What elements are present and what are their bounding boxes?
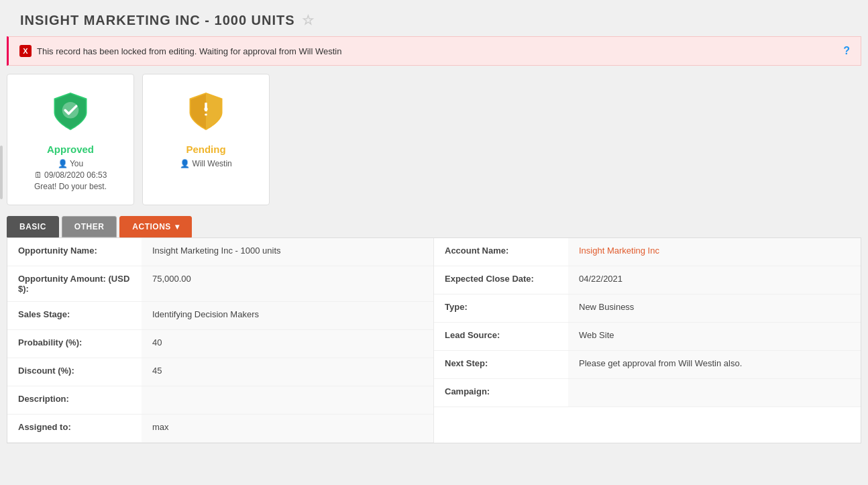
field-campaign: Campaign:: [434, 379, 861, 407]
label-account-name: Account Name:: [434, 238, 568, 266]
label-lead-source: Lead Source:: [434, 323, 568, 350]
value-next-step: Please get approval from Will Westin als…: [568, 351, 861, 378]
pending-status-label: Pending: [163, 144, 249, 155]
approved-user: 👤 You: [28, 159, 113, 168]
approved-note: Great! Do your best.: [28, 182, 113, 191]
label-next-step: Next Step:: [434, 351, 568, 378]
value-description: [142, 386, 433, 414]
value-opportunity-name: Insight Marketing Inc - 1000 units: [142, 238, 433, 266]
svg-rect-3: [205, 103, 207, 111]
favorite-star-icon[interactable]: ☆: [302, 12, 315, 28]
field-probability: Probability (%): 40: [7, 330, 433, 358]
label-campaign: Campaign:: [434, 379, 568, 407]
title-text: INSIGHT MARKETING INC - 1000 UNITS: [20, 13, 295, 28]
label-opportunity-amount: Opportunity Amount: (USD $):: [7, 266, 142, 301]
label-description: Description:: [7, 386, 142, 414]
field-type: Type: New Business: [434, 294, 861, 323]
alert-help-icon[interactable]: ?: [843, 45, 850, 57]
scrollbar-indicator[interactable]: [0, 146, 3, 199]
approval-card-approved: Approved 👤 You 🗓 09/08/2020 06:53 Great!…: [7, 74, 134, 205]
label-assigned-to: Assigned to:: [7, 415, 142, 442]
field-assigned-to: Assigned to: max: [7, 415, 433, 443]
label-type: Type:: [434, 294, 568, 322]
value-probability: 40: [142, 330, 433, 358]
approved-user-icon: 👤: [58, 159, 68, 168]
field-description: Description:: [7, 386, 433, 415]
tab-other[interactable]: OTHER: [62, 216, 117, 237]
approved-shield-icon: [47, 88, 94, 135]
field-lead-source: Lead Source: Web Site: [434, 323, 861, 351]
details-panel: Opportunity Name: Insight Marketing Inc …: [7, 237, 861, 443]
value-assigned-to: max: [142, 415, 433, 442]
field-opportunity-name: Opportunity Name: Insight Marketing Inc …: [7, 238, 433, 266]
tab-actions[interactable]: ACTIONS ▾: [119, 216, 192, 237]
pending-user: 👤 Will Westin: [163, 159, 249, 168]
page-title: INSIGHT MARKETING INC - 1000 UNITS ☆: [7, 0, 861, 36]
details-grid: Opportunity Name: Insight Marketing Inc …: [7, 238, 861, 443]
label-opportunity-name: Opportunity Name:: [7, 238, 142, 266]
field-account-name: Account Name: Insight Marketing Inc: [434, 238, 861, 266]
alert-bar: X This record has been locked from editi…: [7, 36, 861, 66]
alert-message: This record has been locked from editing…: [37, 46, 341, 56]
approved-date: 🗓 09/08/2020 06:53: [28, 170, 113, 180]
field-next-step: Next Step: Please get approval from Will…: [434, 351, 861, 379]
value-close-date: 04/22/2021: [568, 266, 861, 294]
field-discount: Discount (%): 45: [7, 358, 433, 386]
approved-status-label: Approved: [28, 144, 113, 155]
right-column: Account Name: Insight Marketing Inc Expe…: [434, 238, 861, 443]
tab-basic[interactable]: BASIC: [7, 216, 59, 237]
approval-card-pending: Pending 👤 Will Westin: [142, 74, 270, 205]
alert-lock-icon: X: [19, 45, 32, 57]
value-account-name[interactable]: Insight Marketing Inc: [568, 238, 861, 266]
value-opportunity-amount: 75,000.00: [142, 266, 433, 301]
pending-shield-icon: [182, 88, 229, 135]
tabs-bar: BASIC OTHER ACTIONS ▾: [7, 216, 861, 237]
field-opportunity-amount: Opportunity Amount: (USD $): 75,000.00: [7, 266, 433, 302]
left-column: Opportunity Name: Insight Marketing Inc …: [7, 238, 434, 443]
value-type: New Business: [568, 294, 861, 322]
value-campaign: [568, 379, 861, 407]
value-lead-source: Web Site: [568, 323, 861, 350]
label-sales-stage: Sales Stage:: [7, 302, 142, 329]
label-discount: Discount (%):: [7, 358, 142, 386]
approval-cards-container: Approved 👤 You 🗓 09/08/2020 06:53 Great!…: [7, 74, 861, 216]
value-sales-stage: Identifying Decision Makers: [142, 302, 433, 329]
svg-rect-2: [205, 114, 207, 116]
label-close-date: Expected Close Date:: [434, 266, 568, 294]
value-discount: 45: [142, 358, 433, 386]
field-sales-stage: Sales Stage: Identifying Decision Makers: [7, 302, 433, 330]
field-close-date: Expected Close Date: 04/22/2021: [434, 266, 861, 294]
label-probability: Probability (%):: [7, 330, 142, 358]
dropdown-arrow-icon: ▾: [175, 222, 180, 231]
pending-user-icon: 👤: [180, 159, 190, 168]
